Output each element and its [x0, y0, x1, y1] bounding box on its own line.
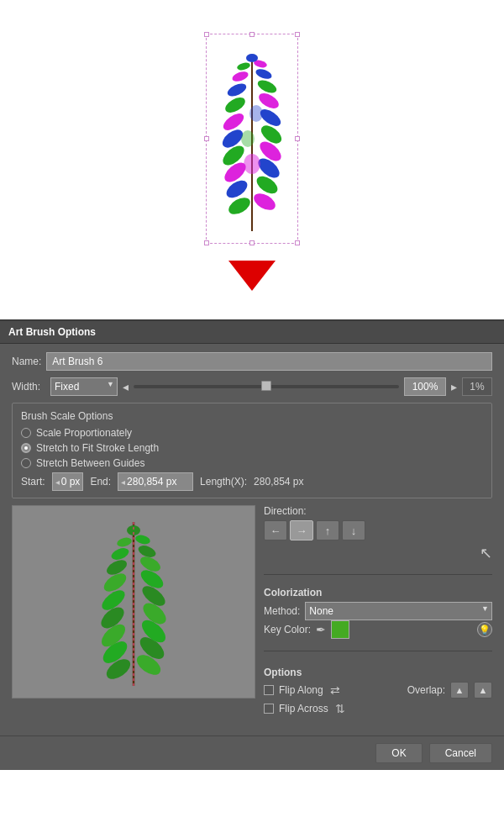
width-select-wrapper: Fixed Proportional — [50, 377, 118, 396]
divider-2 — [264, 651, 492, 651]
right-panel: Direction: ← → ↑ ↓ ↖ Colorization — [264, 505, 492, 719]
ok-button[interactable]: OK — [375, 743, 422, 763]
artwork-selection — [206, 34, 298, 244]
radio-row-stretch: Stretch to Fit Stroke Length — [21, 442, 483, 454]
preview-box — [12, 505, 255, 699]
end-value: 280,854 px — [127, 476, 176, 488]
method-label: Method: — [264, 605, 300, 617]
handle-tl[interactable] — [204, 32, 209, 37]
length-label: Length(X): — [200, 476, 247, 488]
method-dropdown[interactable]: None Tints Tints and Shades Hue Shift — [305, 602, 492, 620]
svg-point-19 — [236, 61, 251, 71]
radio-stretch[interactable] — [21, 443, 31, 453]
overlap-btn-2[interactable]: ▲ — [474, 682, 492, 699]
tip-icon[interactable]: 💡 — [477, 622, 492, 637]
cancel-button[interactable]: Cancel — [429, 743, 492, 763]
start-value: 0 px — [61, 476, 81, 488]
flip-along-checkbox[interactable] — [264, 685, 274, 695]
slider-left-icon[interactable]: ◂ — [123, 380, 129, 393]
svg-point-15 — [226, 81, 249, 98]
preview-plant-svg — [83, 514, 184, 690]
key-color-row: Key Color: ✒ 💡 — [264, 620, 492, 639]
start-label: Start: — [21, 476, 45, 488]
width-dropdown[interactable]: Fixed Proportional — [50, 377, 118, 396]
dialog-body: Name: Width: Fixed Proportional ◂ ▸ Brus… — [0, 344, 504, 735]
radio-between[interactable] — [21, 458, 31, 468]
radio-scale-label: Scale Proportionately — [36, 427, 132, 439]
direction-section: Direction: ← → ↑ ↓ ↖ — [264, 505, 492, 562]
svg-point-40 — [110, 546, 131, 561]
svg-point-42 — [116, 536, 133, 548]
radio-scale[interactable] — [21, 428, 31, 438]
svg-point-16 — [256, 77, 279, 95]
handle-tr[interactable] — [295, 32, 300, 37]
method-row: Method: None Tints Tints and Shades Hue … — [264, 602, 492, 620]
start-spinbox-left[interactable]: ◂ — [55, 477, 60, 487]
overlap-label: Overlap: — [407, 684, 445, 696]
method-select-wrapper: None Tints Tints and Shades Hue Shift — [305, 602, 492, 620]
flip-across-icon: ⇅ — [335, 702, 345, 715]
colorization-section: Colorization Method: None Tints Tints an… — [264, 587, 492, 639]
svg-point-24 — [249, 105, 263, 122]
handle-bl[interactable] — [204, 240, 209, 245]
svg-point-17 — [231, 70, 249, 83]
handle-bm[interactable] — [249, 240, 255, 245]
bottom-area: Direction: ← → ↑ ↓ ↖ Colorization — [12, 505, 492, 719]
handle-tm[interactable] — [249, 32, 255, 37]
svg-point-1 — [226, 194, 253, 218]
end-spinbox-left[interactable]: ◂ — [121, 477, 125, 487]
flip-along-row: Flip Along ⇄ Overlap: ▲ ▲ — [264, 682, 492, 699]
art-brush-options-dialog: Art Brush Options Name: Width: Fixed Pro… — [0, 319, 504, 770]
artwork-svg — [210, 38, 294, 240]
svg-point-22 — [244, 154, 260, 174]
svg-point-18 — [255, 67, 273, 81]
brush-scale-label: Brush Scale Options — [21, 410, 483, 422]
divider-1 — [264, 574, 492, 575]
name-label: Name: — [12, 356, 41, 367]
svg-point-43 — [134, 534, 151, 546]
dir-down-btn[interactable]: ↓ — [342, 520, 365, 540]
direction-label: Direction: — [264, 505, 492, 517]
radio-row-scale: Scale Proportionately — [21, 427, 483, 439]
brush-scale-group: Brush Scale Options Scale Proportionatel… — [12, 403, 492, 498]
radio-between-label: Stretch Between Guides — [36, 457, 144, 469]
flip-along-label: Flip Along — [279, 684, 323, 696]
radio-stretch-label: Stretch to Fit Stroke Length — [36, 442, 159, 454]
options-label: Options — [264, 667, 492, 678]
handle-br[interactable] — [295, 240, 300, 245]
slider-track[interactable] — [134, 385, 399, 388]
key-color-swatch[interactable] — [331, 620, 349, 639]
handle-ml[interactable] — [204, 136, 209, 141]
colorization-label: Colorization — [264, 587, 492, 598]
options-section: Options Flip Along ⇄ Overlap: ▲ ▲ Flip A… — [264, 667, 492, 719]
width-label: Width: — [12, 381, 40, 393]
arrow-head — [228, 261, 276, 291]
slider-thumb[interactable] — [261, 381, 271, 391]
flip-across-row: Flip Across ⇅ — [264, 702, 492, 715]
flip-across-label: Flip Across — [279, 703, 328, 714]
handle-mr[interactable] — [295, 136, 300, 141]
flip-along-icon: ⇄ — [330, 683, 340, 697]
overlap-btn-1[interactable]: ▲ — [450, 682, 469, 699]
svg-point-21 — [246, 54, 258, 62]
dialog-footer: OK Cancel — [0, 735, 504, 770]
dir-left-btn[interactable]: ← — [264, 520, 287, 540]
direction-buttons: ← → ↑ ↓ — [264, 520, 492, 540]
svg-point-13 — [223, 94, 248, 115]
flip-across-checkbox[interactable] — [264, 704, 274, 714]
eyedropper-icon[interactable]: ✒ — [316, 623, 326, 636]
percent-small-input[interactable] — [462, 377, 492, 396]
slider-right-icon[interactable]: ▸ — [451, 380, 457, 393]
start-end-row: Start: ◂ 0 px End: ◂ 280,854 px Length(X… — [21, 472, 483, 491]
dir-up-btn[interactable]: ↑ — [316, 520, 339, 540]
name-row: Name: — [12, 352, 492, 371]
canvas-area — [0, 0, 504, 319]
dialog-title: Art Brush Options — [0, 321, 504, 344]
percent-input[interactable] — [404, 377, 446, 396]
svg-point-23 — [241, 130, 255, 147]
radio-row-between: Stretch Between Guides — [21, 457, 483, 469]
dir-right-btn[interactable]: → — [290, 520, 313, 540]
svg-point-11 — [221, 110, 247, 134]
name-input[interactable] — [46, 352, 492, 371]
key-color-label: Key Color: — [264, 624, 311, 635]
